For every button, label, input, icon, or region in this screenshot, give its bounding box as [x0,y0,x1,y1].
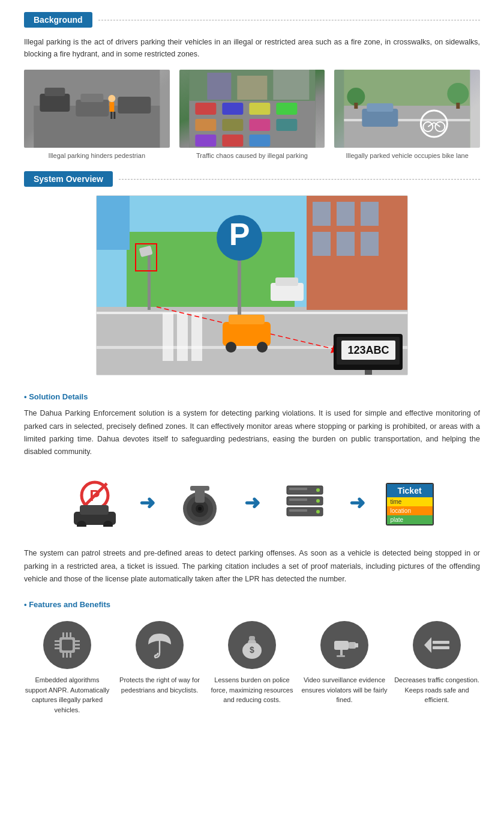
camera-icon [176,479,224,527]
server-icon [281,479,329,527]
svg-rect-103 [55,640,59,642]
no-parking-icon: P [71,479,119,527]
svg-rect-107 [75,644,80,646]
svg-rect-98 [289,488,307,490]
svg-rect-4 [76,100,109,117]
svg-marker-124 [424,637,431,653]
background-description: Illegal parking is the act of drivers pa… [24,36,480,60]
feature-caption-4: Video surveillance evidence ensures viol… [301,675,388,705]
image-caption-2: Traffic chaos caused by illegal parking [196,151,308,160]
page-container: Background Illegal parking is the act of… [0,0,504,738]
svg-point-7 [108,95,115,102]
svg-rect-13 [195,103,216,115]
flow-item-2 [164,479,236,527]
feature-icon-umbrella [136,621,184,669]
svg-rect-27 [273,70,309,100]
svg-text:123ABC: 123ABC [347,344,389,356]
svg-rect-105 [55,647,59,649]
svg-point-40 [448,83,469,105]
background-image-grid: Illegal parking hinders pedestrian [24,70,480,160]
image-caption-3: Illegally parked vehicle occupies bike l… [346,151,469,160]
solution-details-text: The Dahua Parking Enforcement solution i… [24,407,480,458]
flow-arrow-3: ➜ [349,491,365,514]
feature-caption-3: Lessens burden on police force, maximizi… [209,675,295,705]
svg-rect-48 [177,313,188,361]
svg-rect-108 [75,647,80,649]
svg-text:P: P [229,217,250,252]
svg-rect-112 [62,653,64,658]
svg-rect-9 [110,112,112,119]
feature-caption-1: Embedded algorithms support ANPR. Automa… [24,675,110,715]
svg-rect-109 [62,632,64,637]
svg-rect-39 [355,103,358,109]
feature-cell-4: Video surveillance evidence ensures viol… [301,621,388,715]
svg-rect-73 [365,370,372,375]
ticket-header-label: Ticket [387,484,433,497]
svg-rect-123 [337,655,345,657]
svg-rect-47 [163,313,173,361]
image-parking-left [24,70,170,148]
background-header-line [98,20,480,20]
ticket-time-row: time [387,497,433,506]
svg-rect-82 [80,505,109,515]
flow-diagram: P ➜ [24,473,480,533]
svg-rect-114 [70,653,71,658]
svg-rect-106 [75,640,80,642]
svg-rect-113 [66,653,68,658]
svg-rect-100 [289,509,307,512]
svg-rect-21 [195,135,216,147]
svg-rect-104 [55,644,59,646]
image-cell-3: Illegally parked vehicle occupies bike l… [334,70,480,160]
svg-rect-125 [433,641,449,644]
image-traffic [179,70,325,148]
system-overview-header-wrap: System Overview [24,171,480,187]
svg-rect-54 [313,232,331,256]
svg-rect-45 [97,312,408,314]
image-cell-2: Traffic chaos caused by illegal parking [179,70,325,160]
background-section: Background Illegal parking is the act of… [24,12,480,160]
system-overview-header: System Overview [24,171,113,187]
svg-point-96 [316,499,320,503]
svg-rect-17 [195,119,216,131]
svg-rect-23 [249,135,270,147]
image-caption-1: Illegal parking hinders pedestrian [49,151,145,160]
feature-cell-2: Protects the right of way for pedestrian… [116,621,203,715]
feature-icon-chip [43,621,91,669]
features-benefits-title: • Features and Benefits [24,600,480,609]
svg-rect-102 [62,640,73,650]
svg-rect-126 [433,646,449,649]
solution-details-title: • Solution Details [24,392,480,401]
ticket-plate-row: plate [387,515,433,524]
svg-rect-15 [249,103,270,115]
system-diagram: P [96,195,408,375]
feature-icon-list [413,621,461,669]
svg-rect-66 [229,315,265,324]
svg-rect-25 [207,73,231,100]
flow-arrow-2: ➜ [244,491,260,514]
system-overview-section: System Overview [24,171,480,375]
svg-point-95 [316,488,320,492]
flow-item-3 [269,479,341,527]
ticket-location-row: location [387,506,433,515]
features-grid: Embedded algorithms support ANPR. Automa… [24,621,480,715]
svg-text:$: $ [250,645,254,655]
system-overview-title: System Overview [34,174,103,184]
patrol-text: The system can patrol streets and pre-de… [24,547,480,586]
feature-icon-money: $ [228,621,276,669]
svg-rect-75 [275,277,298,286]
svg-rect-52 [337,202,355,226]
svg-point-89 [198,507,202,510]
svg-rect-111 [70,632,71,637]
svg-rect-18 [222,119,243,131]
svg-rect-99 [289,498,307,501]
svg-rect-10 [113,112,115,119]
svg-rect-37 [367,103,394,112]
features-benefits-section: • Features and Benefits [24,600,480,715]
svg-rect-117 [249,636,255,640]
svg-rect-53 [361,202,379,226]
svg-point-68 [257,342,268,353]
svg-rect-22 [222,135,243,147]
svg-rect-121 [355,643,358,647]
feature-caption-5: Decreases traffic congestion. Keeps road… [394,675,480,705]
svg-rect-49 [191,313,202,361]
